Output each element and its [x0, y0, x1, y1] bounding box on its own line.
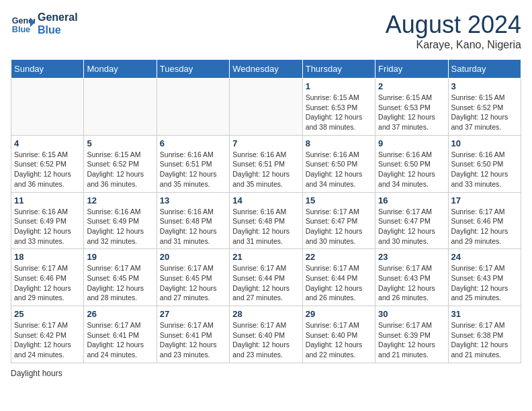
day-cell: 27Sunrise: 6:17 AMSunset: 6:41 PMDayligh… — [157, 306, 229, 363]
day-cell: 23Sunrise: 6:17 AMSunset: 6:43 PMDayligh… — [375, 249, 448, 306]
day-number: 21 — [232, 252, 299, 262]
day-cell: 3Sunrise: 6:15 AMSunset: 6:52 PMDaylight… — [448, 79, 521, 136]
day-cell: 16Sunrise: 6:17 AMSunset: 6:47 PMDayligh… — [375, 192, 448, 249]
day-number: 27 — [160, 309, 226, 319]
day-info: Sunrise: 6:17 AMSunset: 6:43 PMDaylight:… — [378, 263, 445, 303]
day-cell: 1Sunrise: 6:15 AMSunset: 6:53 PMDaylight… — [302, 79, 375, 136]
day-info: Sunrise: 6:17 AMSunset: 6:43 PMDaylight:… — [451, 263, 518, 303]
day-info: Sunrise: 6:15 AMSunset: 6:53 PMDaylight:… — [306, 93, 372, 132]
day-cell: 18Sunrise: 6:17 AMSunset: 6:46 PMDayligh… — [11, 249, 84, 306]
day-info: Sunrise: 6:17 AMSunset: 6:47 PMDaylight:… — [378, 207, 445, 246]
day-info: Sunrise: 6:17 AMSunset: 6:40 PMDaylight:… — [232, 320, 299, 360]
day-number: 9 — [378, 138, 445, 148]
day-cell — [11, 79, 84, 136]
logo-text-blue: Blue — [38, 24, 78, 36]
week-row-1: 1Sunrise: 6:15 AMSunset: 6:53 PMDaylight… — [11, 79, 521, 136]
day-cell: 9Sunrise: 6:16 AMSunset: 6:50 PMDaylight… — [375, 135, 448, 192]
col-header-monday: Monday — [84, 60, 157, 79]
week-row-4: 18Sunrise: 6:17 AMSunset: 6:46 PMDayligh… — [11, 249, 521, 306]
day-number: 26 — [87, 309, 153, 319]
day-cell: 7Sunrise: 6:16 AMSunset: 6:51 PMDaylight… — [230, 135, 302, 192]
title-block: August 2024 Karaye, Kano, Nigeria — [386, 11, 521, 51]
day-cell: 13Sunrise: 6:16 AMSunset: 6:48 PMDayligh… — [157, 192, 229, 249]
day-number: 10 — [451, 138, 518, 148]
day-number: 24 — [451, 252, 518, 262]
day-info: Sunrise: 6:16 AMSunset: 6:51 PMDaylight:… — [232, 150, 299, 189]
day-info: Sunrise: 6:17 AMSunset: 6:44 PMDaylight:… — [232, 263, 299, 303]
footer-note: Daylight hours — [11, 369, 521, 378]
day-info: Sunrise: 6:16 AMSunset: 6:50 PMDaylight:… — [451, 150, 518, 189]
day-info: Sunrise: 6:16 AMSunset: 6:51 PMDaylight:… — [160, 150, 226, 189]
day-number: 13 — [160, 195, 226, 205]
day-info: Sunrise: 6:15 AMSunset: 6:53 PMDaylight:… — [378, 93, 445, 132]
day-info: Sunrise: 6:17 AMSunset: 6:41 PMDaylight:… — [87, 320, 153, 360]
day-cell: 20Sunrise: 6:17 AMSunset: 6:45 PMDayligh… — [157, 249, 229, 306]
day-number: 23 — [378, 252, 445, 262]
col-header-tuesday: Tuesday — [157, 60, 229, 79]
day-number: 2 — [378, 81, 445, 91]
col-header-thursday: Thursday — [302, 60, 375, 79]
day-cell: 17Sunrise: 6:17 AMSunset: 6:46 PMDayligh… — [448, 192, 521, 249]
day-cell: 10Sunrise: 6:16 AMSunset: 6:50 PMDayligh… — [448, 135, 521, 192]
day-info: Sunrise: 6:17 AMSunset: 6:40 PMDaylight:… — [306, 320, 372, 360]
logo: General Blue General Blue — [11, 11, 78, 36]
day-cell: 2Sunrise: 6:15 AMSunset: 6:53 PMDaylight… — [375, 79, 448, 136]
day-number: 22 — [306, 252, 372, 262]
col-header-saturday: Saturday — [448, 60, 521, 79]
day-number: 14 — [232, 195, 299, 205]
day-number: 4 — [14, 138, 81, 148]
day-info: Sunrise: 6:17 AMSunset: 6:46 PMDaylight:… — [14, 263, 81, 303]
day-info: Sunrise: 6:17 AMSunset: 6:46 PMDaylight:… — [451, 207, 518, 246]
day-info: Sunrise: 6:16 AMSunset: 6:48 PMDaylight:… — [160, 207, 226, 246]
day-cell — [157, 79, 229, 136]
day-number: 19 — [87, 252, 153, 262]
day-info: Sunrise: 6:17 AMSunset: 6:39 PMDaylight:… — [378, 320, 445, 360]
day-number: 30 — [378, 309, 445, 319]
day-number: 5 — [87, 138, 153, 148]
day-info: Sunrise: 6:16 AMSunset: 6:48 PMDaylight:… — [232, 207, 299, 246]
day-number: 17 — [451, 195, 518, 205]
day-cell: 11Sunrise: 6:16 AMSunset: 6:49 PMDayligh… — [11, 192, 84, 249]
day-cell: 12Sunrise: 6:16 AMSunset: 6:49 PMDayligh… — [84, 192, 157, 249]
location-subtitle: Karaye, Kano, Nigeria — [386, 39, 521, 51]
day-cell: 6Sunrise: 6:16 AMSunset: 6:51 PMDaylight… — [157, 135, 229, 192]
day-cell: 26Sunrise: 6:17 AMSunset: 6:41 PMDayligh… — [84, 306, 157, 363]
col-header-wednesday: Wednesday — [230, 60, 302, 79]
day-number: 11 — [14, 195, 81, 205]
day-cell: 5Sunrise: 6:15 AMSunset: 6:52 PMDaylight… — [84, 135, 157, 192]
month-year-title: August 2024 — [386, 11, 521, 39]
day-info: Sunrise: 6:16 AMSunset: 6:50 PMDaylight:… — [378, 150, 445, 189]
day-cell: 31Sunrise: 6:17 AMSunset: 6:38 PMDayligh… — [448, 306, 521, 363]
day-number: 8 — [306, 138, 372, 148]
day-info: Sunrise: 6:17 AMSunset: 6:44 PMDaylight:… — [306, 263, 372, 303]
day-cell: 21Sunrise: 6:17 AMSunset: 6:44 PMDayligh… — [230, 249, 302, 306]
day-number: 15 — [306, 195, 372, 205]
day-cell — [84, 79, 157, 136]
col-header-friday: Friday — [375, 60, 448, 79]
day-cell: 19Sunrise: 6:17 AMSunset: 6:45 PMDayligh… — [84, 249, 157, 306]
day-number: 29 — [306, 309, 372, 319]
day-number: 16 — [378, 195, 445, 205]
day-info: Sunrise: 6:15 AMSunset: 6:52 PMDaylight:… — [87, 150, 153, 189]
day-info: Sunrise: 6:17 AMSunset: 6:38 PMDaylight:… — [451, 320, 518, 360]
week-row-5: 25Sunrise: 6:17 AMSunset: 6:42 PMDayligh… — [11, 306, 521, 363]
day-number: 28 — [232, 309, 299, 319]
page-header: General Blue General Blue August 2024 Ka… — [11, 11, 521, 51]
day-number: 1 — [306, 81, 372, 91]
day-info: Sunrise: 6:17 AMSunset: 6:41 PMDaylight:… — [160, 320, 226, 360]
day-cell: 25Sunrise: 6:17 AMSunset: 6:42 PMDayligh… — [11, 306, 84, 363]
day-number: 12 — [87, 195, 153, 205]
day-info: Sunrise: 6:15 AMSunset: 6:52 PMDaylight:… — [14, 150, 81, 189]
day-info: Sunrise: 6:16 AMSunset: 6:49 PMDaylight:… — [87, 207, 153, 246]
day-info: Sunrise: 6:17 AMSunset: 6:47 PMDaylight:… — [306, 207, 372, 246]
day-cell: 14Sunrise: 6:16 AMSunset: 6:48 PMDayligh… — [230, 192, 302, 249]
week-row-3: 11Sunrise: 6:16 AMSunset: 6:49 PMDayligh… — [11, 192, 521, 249]
day-cell: 29Sunrise: 6:17 AMSunset: 6:40 PMDayligh… — [302, 306, 375, 363]
logo-text-general: General — [38, 11, 78, 24]
day-number: 31 — [451, 309, 518, 319]
day-number: 7 — [232, 138, 299, 148]
day-number: 25 — [14, 309, 81, 319]
day-info: Sunrise: 6:17 AMSunset: 6:45 PMDaylight:… — [160, 263, 226, 303]
logo-icon: General Blue — [11, 11, 35, 36]
day-info: Sunrise: 6:15 AMSunset: 6:52 PMDaylight:… — [451, 93, 518, 132]
